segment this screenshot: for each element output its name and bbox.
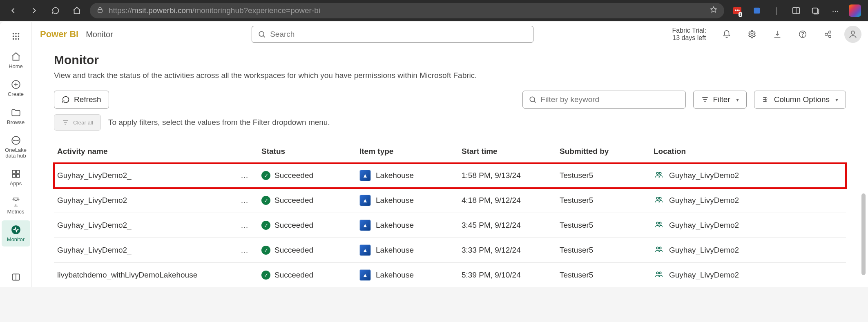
people-icon — [654, 195, 664, 206]
help-icon[interactable] — [794, 25, 812, 43]
nav-home[interactable]: Home — [2, 47, 30, 73]
success-icon: ✓ — [261, 246, 270, 255]
filter-hint: To apply filters, select the values from… — [108, 118, 330, 127]
col-location[interactable]: Location — [650, 142, 846, 163]
svg-rect-0 — [98, 9, 103, 12]
svg-point-29 — [530, 97, 535, 102]
submitted-by: Testuser5 — [556, 188, 650, 213]
success-icon: ✓ — [261, 271, 270, 280]
item-type: Lakehouse — [376, 171, 414, 180]
col-item-type[interactable]: Item type — [356, 142, 458, 163]
refresh-button[interactable]: Refresh — [54, 91, 109, 109]
svg-point-32 — [656, 197, 658, 199]
collections-icon[interactable] — [808, 2, 824, 19]
col-status[interactable]: Status — [258, 142, 356, 163]
nav-browse-label: Browse — [7, 120, 25, 125]
table-row[interactable]: Guyhay_LivyDemo2…✓Succeeded▲Lakehouse4:1… — [54, 188, 846, 213]
extension-icon[interactable]: •••1 — [729, 2, 745, 19]
more-icon[interactable]: … — [241, 196, 255, 205]
filter-icon — [701, 95, 709, 104]
divider: | — [768, 2, 785, 19]
svg-point-28 — [851, 31, 855, 34]
nav-workspaces[interactable] — [2, 268, 30, 286]
browser-toolbar: https://msit.powerbi.com/monitoringhub?e… — [0, 0, 868, 21]
success-icon: ✓ — [261, 171, 270, 180]
reload-button[interactable] — [47, 2, 64, 19]
share-icon[interactable] — [819, 25, 837, 43]
trial-status[interactable]: Fabric Trial: 13 days left — [672, 27, 706, 42]
svg-point-38 — [656, 272, 658, 274]
notes-icon[interactable] — [749, 2, 765, 19]
copilot-icon[interactable] — [847, 2, 863, 19]
nav-onelake[interactable]: OneLake data hub — [2, 131, 30, 163]
start-time: 1:58 PM, 9/13/24 — [458, 163, 556, 188]
more-icon[interactable]: … — [241, 171, 255, 180]
app-shell: Home Create Browse OneLake data hub Apps… — [0, 22, 868, 287]
address-bar[interactable]: https://msit.powerbi.com/monitoringhub?e… — [90, 3, 724, 18]
nav-metrics[interactable]: Metrics — [2, 193, 30, 219]
lakehouse-icon: ▲ — [359, 244, 371, 256]
status-text: Succeeded — [274, 171, 313, 180]
svg-point-31 — [659, 172, 661, 174]
table-row[interactable]: Guyhay_LivyDemo2_…✓Succeeded▲Lakehouse3:… — [54, 238, 846, 263]
svg-point-7 — [12, 36, 14, 37]
content: Monitor View and track the status of the… — [32, 47, 868, 287]
url-text: https://msit.powerbi.com/monitoringhub?e… — [109, 6, 320, 15]
filter-keyword-input[interactable]: Filter by keyword — [522, 91, 686, 109]
nav-apps[interactable]: Apps — [2, 164, 30, 191]
people-icon — [654, 220, 664, 231]
table-row[interactable]: livybatchdemo_withLivyDemoLakehouse✓Succ… — [54, 263, 846, 288]
start-time: 3:45 PM, 9/12/24 — [458, 213, 556, 238]
item-type: Lakehouse — [376, 221, 414, 230]
nav-create[interactable]: Create — [2, 75, 30, 101]
user-avatar[interactable] — [844, 26, 861, 43]
clear-all-button[interactable]: Clear all — [54, 114, 101, 131]
location-text: Guyhay_LivyDemo2 — [669, 196, 739, 205]
lakehouse-icon: ▲ — [359, 195, 371, 206]
col-activity[interactable]: Activity name — [54, 142, 258, 163]
svg-point-37 — [659, 247, 661, 249]
svg-point-24 — [802, 36, 803, 36]
nav-browse[interactable]: Browse — [2, 103, 30, 129]
lakehouse-icon: ▲ — [359, 170, 371, 181]
table-row[interactable]: Guyhay_LivyDemo2_…✓Succeeded▲Lakehouse1:… — [54, 163, 846, 188]
refresh-icon — [62, 95, 70, 104]
filter-button[interactable]: Filter ▾ — [693, 91, 747, 109]
table-row[interactable]: Guyhay_LivyDemo2_…✓Succeeded▲Lakehouse3:… — [54, 213, 846, 238]
svg-rect-17 — [12, 175, 16, 178]
lock-icon — [96, 6, 104, 16]
nav-monitor-label: Monitor — [7, 237, 25, 242]
column-options-button[interactable]: Column Options ▾ — [754, 91, 846, 109]
home-button[interactable] — [69, 2, 85, 19]
global-search[interactable]: Search — [252, 26, 533, 43]
activities-table: Activity name Status Item type Start tim… — [54, 142, 846, 287]
notifications-icon[interactable] — [718, 25, 736, 43]
app-launcher-icon[interactable] — [6, 26, 26, 47]
chevron-down-icon: ▾ — [835, 96, 838, 103]
nav-monitor[interactable]: Monitor — [2, 220, 30, 246]
status-text: Succeeded — [274, 196, 313, 205]
filter-bar: Clear all To apply filters, select the v… — [54, 114, 846, 131]
more-icon[interactable]: ··· — [827, 2, 843, 19]
col-submitted-by[interactable]: Submitted by — [556, 142, 650, 163]
svg-point-5 — [15, 33, 17, 35]
start-time: 5:39 PM, 9/10/24 — [458, 263, 556, 288]
breadcrumb[interactable]: Monitor — [86, 30, 113, 39]
location-text: Guyhay_LivyDemo2 — [669, 271, 739, 280]
favorite-icon[interactable] — [710, 6, 718, 16]
back-button[interactable] — [5, 2, 21, 19]
svg-point-4 — [12, 33, 14, 35]
settings-icon[interactable] — [743, 25, 761, 43]
col-start-time[interactable]: Start time — [458, 142, 556, 163]
item-type: Lakehouse — [376, 246, 414, 255]
top-bar: Power BI Monitor Search Fabric Trial: 13… — [32, 22, 868, 47]
location-text: Guyhay_LivyDemo2 — [669, 171, 739, 180]
scrollbar[interactable] — [861, 193, 866, 275]
more-icon[interactable]: … — [241, 246, 255, 255]
download-icon[interactable] — [768, 25, 786, 43]
more-icon[interactable]: … — [241, 221, 255, 230]
split-screen-icon[interactable] — [788, 2, 804, 19]
nav-metrics-label: Metrics — [7, 209, 25, 215]
brand-label: Power BI — [40, 29, 78, 40]
forward-button[interactable] — [26, 2, 42, 19]
